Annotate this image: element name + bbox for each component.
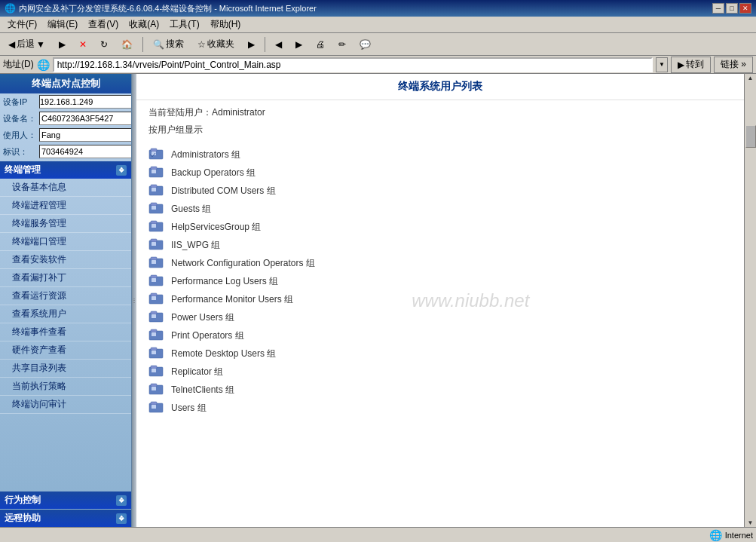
list-item[interactable]: Users 组: [148, 399, 732, 417]
sidebar-item-device-info[interactable]: 设备基本信息: [0, 179, 131, 197]
list-item[interactable]: Performance Monitor Users 组: [148, 290, 732, 308]
sidebar-item-access-audit[interactable]: 终端访问审计: [0, 396, 131, 414]
svg-rect-23: [152, 278, 156, 282]
sidebar-item-patches[interactable]: 查看漏打补丁: [0, 269, 131, 287]
terminal-management-section[interactable]: 终端管理 ❖: [0, 161, 131, 179]
group-icon: [148, 311, 165, 324]
page-icon: 🌐: [37, 59, 50, 71]
content-wrapper: 终端系统用户列表 当前登陆用户：Administrator 按用户组显示 Adm…: [136, 74, 744, 527]
print-icon: 🖨: [316, 39, 325, 50]
stop-button[interactable]: ✕: [74, 35, 92, 54]
discuss-button[interactable]: 💬: [354, 35, 376, 54]
menu-edit[interactable]: 编辑(E): [43, 17, 82, 32]
home-button[interactable]: 🏠: [116, 35, 138, 54]
svg-rect-28: [151, 311, 157, 314]
favorites-button[interactable]: ☆ 收藏夹: [192, 35, 240, 54]
sidebar-item-process-mgmt[interactable]: 终端进程管理: [0, 197, 131, 215]
links-button[interactable]: 链接 »: [714, 57, 753, 73]
sidebar-item-policy[interactable]: 当前执行策略: [0, 378, 131, 396]
scroll-thumb[interactable]: [745, 125, 756, 148]
mark-input[interactable]: [39, 145, 132, 158]
group-display-header: 按用户组显示: [136, 122, 744, 142]
forward-button[interactable]: ▶: [54, 35, 71, 54]
more-button[interactable]: 🖨: [311, 35, 330, 54]
scroll-down-button[interactable]: ▼: [748, 519, 754, 526]
sidebar-item-port-mgmt[interactable]: 终端端口管理: [0, 233, 131, 251]
forward-small-button[interactable]: ▶: [290, 35, 308, 54]
sidebar-item-events[interactable]: 终端事件查看: [0, 323, 131, 341]
back-button[interactable]: ◀ 后退 ▼: [3, 35, 51, 54]
group-name: Performance Monitor Users 组: [171, 293, 293, 306]
svg-rect-1: [151, 149, 157, 152]
sidebar-item-resources[interactable]: 查看运行资源: [0, 287, 131, 305]
list-item[interactable]: Replicator 组: [148, 363, 732, 381]
device-ip-input[interactable]: [39, 95, 132, 109]
vertical-scrollbar[interactable]: ▲ ▼: [744, 74, 756, 527]
svg-rect-20: [152, 260, 156, 264]
group-icon: [148, 274, 165, 288]
menu-favorites[interactable]: 收藏(A): [124, 17, 164, 32]
svg-rect-5: [152, 170, 156, 173]
remote-assist-section[interactable]: 远程协助 ❖: [0, 510, 131, 527]
list-item[interactable]: Backup Operators 组: [148, 164, 732, 182]
svg-rect-40: [151, 384, 157, 387]
user-input[interactable]: [39, 128, 132, 142]
list-item[interactable]: Print Operators 组: [148, 326, 732, 344]
back-small-button[interactable]: ◀: [270, 35, 287, 54]
group-name: Performance Log Users 组: [171, 275, 278, 288]
search-button[interactable]: 🔍 搜索: [148, 35, 189, 54]
forward-small-icon: ▶: [295, 39, 302, 50]
sidebar-item-hardware[interactable]: 硬件资产查看: [0, 341, 131, 360]
sidebar-item-shared-dirs[interactable]: 共享目录列表: [0, 360, 131, 378]
list-item[interactable]: Power Users 组: [148, 308, 732, 326]
status-zone-label: Internet: [725, 531, 753, 540]
list-item[interactable]: Distributed COM Users 组: [148, 182, 732, 200]
sidebar-item-service-mgmt[interactable]: 终端服务管理: [0, 215, 131, 233]
scroll-up-button[interactable]: ▲: [748, 75, 754, 81]
group-icon: [148, 148, 165, 161]
address-dropdown-arrow[interactable]: ▼: [656, 57, 668, 72]
svg-rect-37: [151, 366, 157, 369]
svg-rect-8: [152, 188, 156, 191]
edit-button[interactable]: ✏: [333, 35, 351, 54]
minimize-button[interactable]: ─: [712, 3, 724, 14]
list-item[interactable]: Remote Desktop Users 组: [148, 344, 732, 363]
scroll-track: [745, 81, 756, 519]
ie-logo-icon: 🌐: [5, 3, 16, 14]
address-label: 地址(D): [3, 58, 34, 71]
list-item[interactable]: IIS_WPG 组: [148, 236, 732, 254]
group-icon: [148, 166, 165, 179]
group-name: TelnetClients 组: [171, 384, 234, 397]
device-id-input[interactable]: [39, 112, 132, 125]
menu-help[interactable]: 帮助(H): [206, 17, 246, 32]
menu-file[interactable]: 文件(F): [3, 17, 41, 32]
section-label: 终端管理: [5, 164, 41, 176]
go-arrow-icon: ▶: [678, 60, 684, 70]
menu-tools[interactable]: 工具(T): [165, 17, 204, 32]
list-item[interactable]: HelpServicesGroup 组: [148, 218, 732, 236]
menu-view[interactable]: 查看(V): [84, 17, 123, 32]
refresh-button[interactable]: ↻: [95, 35, 113, 54]
status-bar: 🌐 Internet: [0, 527, 756, 542]
behavior-control-section[interactable]: 行为控制 ❖: [0, 491, 131, 509]
list-item[interactable]: TelnetClients 组: [148, 381, 732, 399]
close-button[interactable]: ✕: [739, 3, 751, 14]
sidebar-item-installed-sw[interactable]: 查看安装软件: [0, 251, 131, 269]
svg-rect-34: [151, 348, 157, 351]
svg-rect-25: [151, 293, 157, 296]
go-button[interactable]: ▶ 转到: [671, 57, 711, 73]
svg-rect-31: [151, 329, 157, 332]
media-button[interactable]: ▶: [243, 35, 260, 54]
list-item[interactable]: Performance Log Users 组: [148, 272, 732, 290]
current-user-info: 当前登陆用户：Administrator: [136, 100, 744, 122]
list-item[interactable]: Network Configuration Operators 组: [148, 254, 732, 272]
group-icon: [148, 329, 165, 342]
maximize-button[interactable]: □: [726, 3, 738, 14]
device-ip-row: 设备IP ▼: [0, 93, 131, 110]
sidebar-item-system-users[interactable]: 查看系统用户: [0, 305, 131, 323]
address-input[interactable]: [53, 57, 653, 72]
sidebar: 终端点对点控制 设备IP ▼ 设备名： 使用人： 标识： 终端管理 ❖ 设备基本…: [0, 74, 132, 527]
list-item[interactable]: Administrators 组: [148, 145, 732, 164]
status-right: 🌐 Internet: [709, 529, 753, 541]
list-item[interactable]: Guests 组: [148, 200, 732, 218]
